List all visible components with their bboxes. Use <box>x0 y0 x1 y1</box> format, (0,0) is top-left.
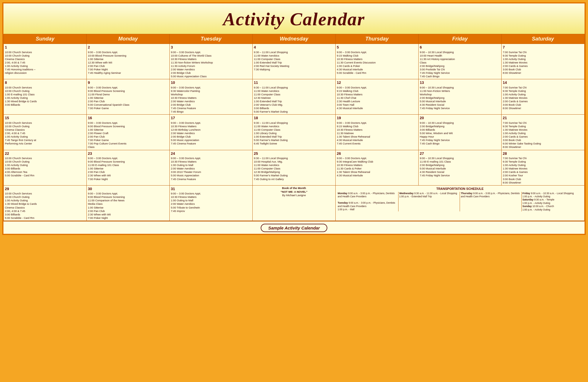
event-line: 1:30 Mixed Bridge & Cards <box>5 202 85 206</box>
event-line: 7:00 Sunrise Tai Chi <box>503 157 583 160</box>
col-wednesday: Wednesday <box>253 34 336 44</box>
event-line: 11:30 Chef Chat <box>337 96 417 100</box>
event-line: 4:30 Musical Interlude <box>337 174 417 177</box>
day-number: 21 <box>503 115 507 121</box>
event-line: 7:00 Poker Game <box>88 138 168 142</box>
event-line: 7:00 Sunrise Tai Chi <box>503 121 583 125</box>
event-line: 3:00 2010 Theater Forum <box>171 170 251 174</box>
event-line: 1:00 Sitterise <box>88 167 168 170</box>
day-number: 7 <box>503 45 505 50</box>
event-line: Class <box>88 145 168 149</box>
event-line: 9:00 Blood Pressure Screening <box>88 160 168 163</box>
event-line: 9:30 – 11:00 Local Shopping <box>254 51 334 54</box>
day-number: 5 <box>337 45 339 50</box>
col-thursday: Thursday <box>336 34 419 44</box>
calendar-cell: 59:00 – 3:00 Doctors Appt.9:15 Walking C… <box>336 44 419 79</box>
week-row-1: 110:00 Church Services10:00 Church Outin… <box>4 44 585 79</box>
day-number: 12 <box>337 80 341 85</box>
event-line: 2:00 Kosher Tour <box>503 174 583 177</box>
event-line: 11:00 Computer Class <box>254 93 334 96</box>
event-line: 1:00 Activity Outing <box>503 93 583 96</box>
event-line: 7:45 Cinema Feature <box>171 142 251 145</box>
calendar-cell: 287:00 Sunrise Tai Chi9:30 Temple Outing… <box>502 150 585 185</box>
day-number: 24 <box>171 151 175 156</box>
calendar-table: Sunday Monday Tuesday Wednesday Thursday… <box>3 34 585 221</box>
header-row: Sunday Monday Tuesday Wednesday Thursday… <box>4 34 585 44</box>
col-friday: Friday <box>419 34 502 44</box>
event-line: Workshop <box>420 93 500 96</box>
event-line: 7:45 Outing to Art Gallery <box>254 178 334 181</box>
event-line: 8:00 Showtime! <box>503 145 583 149</box>
day-number: 17 <box>171 115 175 121</box>
event-line: 3:00 Billiards <box>5 103 85 107</box>
event-line: 9:00 – 3:00 Doctors Appt. <box>337 157 417 160</box>
event-line: 2:00 Bridge/Mahjong <box>420 163 500 167</box>
event-line: 2:00 Water Aerobics <box>171 167 251 170</box>
event-line: 1:00 Extended Mall Trip <box>254 100 334 103</box>
event-line: 1:30 Matinee Movies <box>503 167 583 170</box>
event-line: 2:00 Flower Craft <box>88 132 168 135</box>
calendar-container: Activity Calendar Sunday Monday Tuesday … <box>2 2 586 235</box>
event-line: 7:00 Poker Night <box>88 178 168 181</box>
calendar-cell: 319:00 – 3:00 Doctors Appt.10:30 Fitness… <box>170 185 253 221</box>
event-line: 2:30 Health Lecture <box>337 100 417 103</box>
event-line: 9:00 – 3:00 Doctors Appt. <box>337 86 417 89</box>
event-line: 10:00 Church Outing <box>5 195 85 199</box>
event-line: 9:30 – 11:00 Local Shopping <box>254 157 334 160</box>
event-line: 9:30 Temple Outing <box>503 160 583 163</box>
event-line: 1:00 Activity Outing <box>5 199 85 202</box>
event-line: 3:00 Book Club <box>503 178 583 181</box>
event-line: 9:00 – 3:00 Doctors Appt. <box>171 86 251 89</box>
event-line: 11:00 E-mailing 101 Class <box>420 160 500 163</box>
event-line: 7:00 Sunrise Tai Chi <box>503 86 583 89</box>
event-line: 10:00 Church Services <box>5 157 85 160</box>
event-line: 8:00 Showtime! <box>503 107 583 110</box>
event-line: Cinema Classics <box>5 128 85 132</box>
event-line: 10:30 Fitness Matters <box>337 93 417 96</box>
event-line: 1:00 Sitterise <box>88 96 168 100</box>
event-line: 7:00 Sunrise Tai Chi <box>503 51 583 54</box>
calendar-cell: 259:30 – 11:00 Local Shopping10:00 Hospi… <box>253 150 336 185</box>
event-line: 1:00 Cards & Poker <box>337 64 417 68</box>
calendar-cell: 147:00 Sunrise Tai Chi9:30 Temple Outing… <box>502 79 585 115</box>
calendar-cell: 1510:00 Church Services10:00 Church Outi… <box>4 115 87 150</box>
day-number: 29 <box>5 186 9 192</box>
transport-title: TRANSPORTATION SCHEDULE <box>337 187 583 191</box>
event-line: 12:30 Bridge/Mahjong <box>254 170 334 174</box>
event-line: 8:00 Showtime! <box>503 181 583 184</box>
day-number: 20 <box>420 115 424 121</box>
event-line: 9:30 Temple Outing <box>503 125 583 128</box>
event-line: 9:00 Blood Pressure Screening <box>88 89 168 93</box>
event-line: 11:30 Matinee <box>337 132 417 135</box>
event-line: 4:00 Afternoon Tea <box>5 170 85 174</box>
event-line: 3:00 Book Club <box>503 138 583 142</box>
event-line: 1:00 Activity Outing <box>5 64 85 68</box>
calendar-cell: 119:30 – 11:00 Local Shopping11:00 Water… <box>253 79 336 115</box>
event-line: 3:00 Billiards <box>5 167 85 170</box>
event-line: 7:45 Cinema Feature <box>171 178 251 181</box>
event-line: 10:30 Fitness Matters <box>171 125 251 128</box>
event-line: 2:00 Cards & Games <box>503 135 583 138</box>
event-line: 12:30 Matinee <box>254 96 334 100</box>
event-line: 1:30 Matinee Movies <box>503 96 583 100</box>
calendar-cell: 810:00 Church Services10:00 Church Outin… <box>4 79 87 115</box>
event-line: 1:00 Activity Outing <box>5 135 85 138</box>
event-line: 3:00 Book Club <box>503 103 583 107</box>
event-line: 4:30 Resident Social <box>420 103 500 107</box>
event-line: Class <box>420 61 500 64</box>
event-line: 11:00 Water Aerobics <box>254 125 334 128</box>
calendar-cell: 209:00 – 10:30 Local Shopping2:00 Bridge… <box>419 115 502 150</box>
day-number: 16 <box>88 115 92 121</box>
event-line: 10:00 Heart Health <box>420 54 500 57</box>
event-line: 5:00 Farmer's Market Outing <box>254 110 334 113</box>
event-line: Workshop <box>171 93 251 96</box>
event-line: 7:00 Pop Culture Current Events <box>88 142 168 145</box>
event-line: 11:00 Floral Demo <box>88 93 168 96</box>
event-line: 7:00 Poker Night <box>88 216 168 220</box>
calendar-cell: 217:00 Sunrise Tai Chi9:30 Temple Outing… <box>502 115 585 150</box>
event-line: 11:00 Non-Fiction Writers <box>420 89 500 93</box>
event-line: 10:30 Fitness Matters <box>171 57 251 61</box>
event-line: 5:00 Scrabble - Card Rm <box>337 71 417 75</box>
event-line: 11:30 Activity Forum <box>171 64 251 68</box>
event-line: 9:00 – 3:00 Doctors Appt. <box>171 157 251 160</box>
